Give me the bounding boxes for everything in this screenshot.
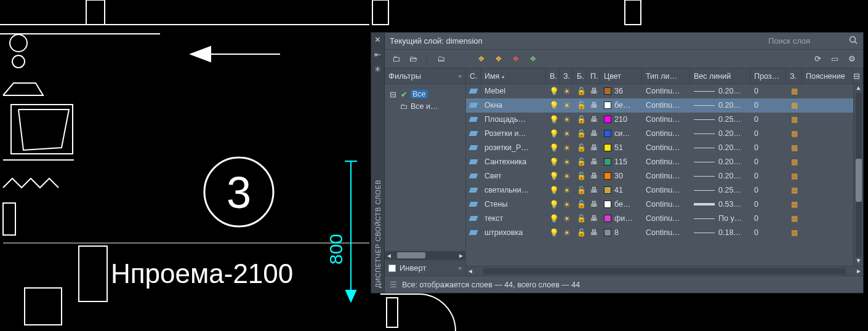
tree-root[interactable]: ⊟ ✔ Все	[387, 88, 463, 100]
layer-name[interactable]: текст	[481, 214, 546, 223]
bulb-icon[interactable]: 💡	[550, 87, 558, 95]
layers-rows[interactable]: Mebel💡☀🔓🖶36Continu…0.20…0▦Окна💡☀🔓🖶бе…Con…	[466, 84, 863, 266]
layer-transparency[interactable]: 0	[750, 143, 786, 152]
bulb-icon[interactable]: 💡	[550, 115, 558, 124]
layer-row[interactable]: Свет💡☀🔓🖶30Continu…0.20…0▦	[466, 169, 863, 183]
sun-icon[interactable]: ☀	[563, 129, 571, 138]
printer-icon[interactable]: 🖶	[590, 172, 598, 180]
layer-lineweight[interactable]: 0.25…	[690, 115, 750, 124]
lock-open-icon[interactable]: 🔓	[577, 115, 585, 124]
settings-burst-icon[interactable]: ✳	[374, 65, 382, 73]
printer-icon[interactable]: 🖶	[590, 87, 598, 95]
sun-icon[interactable]: ☀	[563, 214, 571, 223]
layer-row[interactable]: Mebel💡☀🔓🖶36Continu…0.20…0▦	[466, 84, 863, 98]
collapse-filters-icon[interactable]: «	[458, 73, 462, 79]
printer-icon[interactable]: 🖶	[590, 214, 598, 223]
layer-row[interactable]: светильни…💡☀🔓🖶41Continu…0.25…0▦	[466, 183, 863, 197]
sun-icon[interactable]: ☀	[563, 87, 571, 95]
layer-name[interactable]: Окна	[481, 101, 546, 110]
plotstyle-icon[interactable]: ▦	[790, 200, 798, 209]
layer-row[interactable]: штриховка💡☀🔓🖶8Continu…0.18…0▦	[466, 226, 863, 240]
layer-lineweight[interactable]: 0.20…	[690, 143, 750, 152]
lock-open-icon[interactable]: 🔓	[577, 228, 585, 237]
layer-name[interactable]: Розетки и…	[481, 129, 546, 138]
col-plot[interactable]: П.	[587, 68, 600, 84]
layer-transparency[interactable]: 0	[750, 228, 786, 237]
sun-icon[interactable]: ☀	[563, 115, 571, 124]
layer-transparency[interactable]: 0	[750, 158, 786, 166]
layer-color[interactable]: 51	[600, 143, 642, 152]
filters-hscrollbar[interactable]: ◄►	[385, 251, 465, 260]
tree-expand-icon[interactable]: ⊟	[388, 90, 397, 99]
layer-lineweight[interactable]: 0.20…	[690, 172, 750, 180]
printer-icon[interactable]: 🖶	[590, 186, 598, 194]
plotstyle-icon[interactable]: ▦	[790, 129, 798, 138]
layer-transparency[interactable]: 0	[750, 115, 786, 124]
layer-color[interactable]: 210	[600, 115, 642, 124]
layer-transparency[interactable]: 0	[750, 200, 786, 209]
printer-icon[interactable]: 🖶	[590, 129, 598, 138]
layer-linetype[interactable]: Continu…	[642, 158, 690, 166]
lock-open-icon[interactable]: 🔓	[577, 129, 585, 138]
col-freeze[interactable]: З.	[560, 68, 573, 84]
layer-color[interactable]: бе…	[600, 200, 642, 209]
layer-linetype[interactable]: Continu…	[642, 101, 690, 110]
layers-hscrollbar[interactable]: ◄►	[466, 266, 863, 276]
new-group-button[interactable]: 🗁	[407, 53, 419, 65]
lock-open-icon[interactable]: 🔓	[577, 172, 585, 180]
invert-filter-row[interactable]: Инверт «	[385, 260, 465, 276]
column-headers[interactable]: С. Имя В. З. Б. П. Цвет Тип ли… Вес лини…	[466, 68, 863, 84]
plotstyle-icon[interactable]: ▦	[790, 228, 798, 237]
layer-row[interactable]: текст💡☀🔓🖶фи…Continu…По у…0▦	[466, 212, 863, 226]
sun-icon[interactable]: ☀	[563, 143, 571, 152]
layer-color[interactable]: фи…	[600, 214, 642, 223]
layer-name[interactable]: Сантехника	[481, 158, 546, 166]
layer-row[interactable]: Стены💡☀🔓🖶бе…Continu…0.53…0▦	[466, 197, 863, 212]
search-icon[interactable]	[848, 35, 858, 47]
layer-color[interactable]: 8	[600, 228, 642, 237]
printer-icon[interactable]: 🖶	[590, 158, 598, 166]
layer-lineweight[interactable]: 0.18…	[690, 228, 750, 237]
layer-color[interactable]: 41	[600, 186, 642, 194]
col-name[interactable]: Имя	[481, 68, 546, 84]
layer-name[interactable]: Mebel	[481, 87, 546, 95]
layer-transparency[interactable]: 0	[750, 129, 786, 138]
new-layer-button[interactable]: 🗀	[390, 53, 402, 65]
sun-icon[interactable]: ☀	[563, 101, 571, 110]
layer-transparency[interactable]: 0	[750, 214, 786, 223]
layer-transparency[interactable]: 0	[750, 87, 786, 95]
toggle-panel-icon[interactable]: ▭	[829, 53, 841, 65]
layer-lineweight[interactable]: По у…	[690, 214, 750, 223]
col-lineweight[interactable]: Вес линий	[690, 68, 750, 84]
layer-tool-4-icon[interactable]: ❖	[527, 53, 539, 65]
printer-icon[interactable]: 🖶	[590, 143, 598, 152]
printer-icon[interactable]: 🖶	[590, 101, 598, 110]
layer-color[interactable]: бе…	[600, 101, 642, 110]
layer-color[interactable]: 30	[600, 172, 642, 180]
bulb-icon[interactable]: 💡	[550, 186, 558, 194]
printer-icon[interactable]: 🖶	[590, 115, 598, 124]
plotstyle-icon[interactable]: ▦	[790, 214, 798, 223]
layer-name[interactable]: штриховка	[481, 228, 546, 237]
sun-icon[interactable]: ☀	[563, 172, 571, 180]
layer-tool-3-icon[interactable]: ❖	[510, 53, 522, 65]
layer-search-input[interactable]: Поиск слоя	[768, 36, 842, 46]
bulb-icon[interactable]: 💡	[550, 214, 558, 223]
printer-icon[interactable]: 🖶	[590, 228, 598, 237]
lock-open-icon[interactable]: 🔓	[577, 143, 585, 152]
col-description[interactable]: Пояснение	[802, 68, 853, 84]
layer-tool-1-icon[interactable]: ❖	[475, 53, 488, 65]
layer-name[interactable]: Площадь…	[481, 115, 546, 124]
bulb-icon[interactable]: 💡	[550, 143, 558, 152]
lock-open-icon[interactable]: 🔓	[577, 101, 585, 110]
layer-states-button[interactable]: 🗂	[435, 53, 447, 65]
col-transparency[interactable]: Проз…	[750, 68, 786, 84]
layer-lineweight[interactable]: 0.20…	[690, 87, 750, 95]
layer-linetype[interactable]: Continu…	[642, 129, 690, 138]
layer-name[interactable]: розетки_Р…	[481, 143, 546, 152]
layer-linetype[interactable]: Continu…	[642, 186, 690, 194]
plotstyle-icon[interactable]: ▦	[790, 87, 798, 95]
close-icon[interactable]: ✕	[374, 35, 382, 44]
layer-lineweight[interactable]: 0.53…	[690, 200, 750, 209]
layer-linetype[interactable]: Continu…	[642, 115, 690, 124]
